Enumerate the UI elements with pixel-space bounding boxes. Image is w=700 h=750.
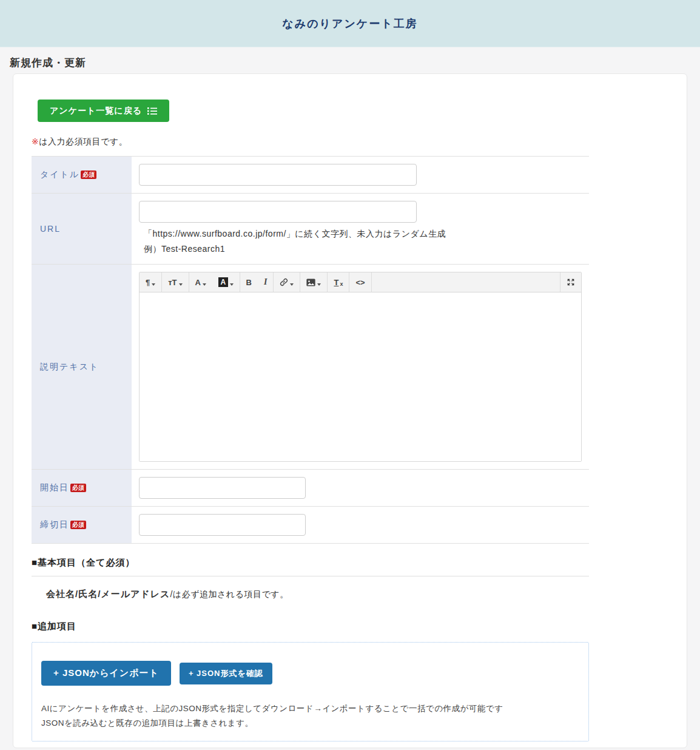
- title-row: タイトル必須: [32, 157, 589, 194]
- remove-format-sub: x: [340, 281, 343, 287]
- chevron-down-icon: [152, 283, 155, 286]
- font-size-icon: тT: [168, 278, 177, 287]
- bold-icon: B: [246, 278, 252, 287]
- url-hint-line2: 例）Test-Research1: [144, 242, 589, 257]
- description-content: ¶ тT A A B I: [132, 265, 589, 469]
- required-badge: 必須: [70, 484, 86, 492]
- basic-items-note: 会社名/氏名/メールアドレス/は必ず追加される項目です。: [46, 589, 668, 600]
- remove-format-icon: T: [334, 278, 338, 287]
- required-mark: ※: [32, 137, 39, 146]
- back-to-list-label: アンケート一覧に戻る: [50, 106, 142, 117]
- json-note-line2: JSONを読み込むと既存の追加項目は上書きされます。: [41, 716, 579, 731]
- start-date-label-text: 開始日: [40, 482, 69, 493]
- toolbar-group-color: A A: [189, 272, 240, 292]
- insert-image-button[interactable]: [300, 272, 327, 292]
- json-import-box: + JSONからインポート + JSON形式を確認 AIにアンケートを作成させ、…: [32, 642, 589, 742]
- toolbar-group-fontstyle: B I: [240, 272, 274, 292]
- toolbar-spacer: [372, 272, 560, 292]
- highlight-color-icon: A: [218, 277, 228, 287]
- deadline-label: 締切日必須: [32, 507, 132, 543]
- url-label-text: URL: [40, 224, 61, 234]
- json-format-check-button[interactable]: + JSON形式を確認: [180, 663, 272, 684]
- toolbar-group-view: [560, 272, 581, 292]
- required-badge: 必須: [70, 521, 86, 529]
- fullscreen-button[interactable]: [560, 272, 581, 292]
- deadline-label-text: 締切日: [40, 519, 69, 530]
- chevron-down-icon: [203, 283, 206, 286]
- url-content: 「https://www.surfboard.co.jp/form/」に続く文字…: [132, 194, 589, 264]
- title-content: [132, 157, 589, 193]
- basic-items-heading: ■基本項目（全て必須）: [32, 557, 589, 576]
- code-view-button[interactable]: <>: [349, 272, 371, 292]
- deadline-row: 締切日必須: [32, 507, 589, 544]
- title-label: タイトル必須: [32, 157, 132, 193]
- toolbar-group-image: [300, 272, 328, 292]
- italic-button[interactable]: I: [258, 272, 273, 292]
- json-note: AIにアンケートを作成させ、上記のJSON形式を指定してダウンロード→インポート…: [41, 701, 579, 731]
- start-date-content: [132, 470, 589, 506]
- additional-items-heading: ■追加項目: [32, 621, 589, 632]
- toolbar-group-link: [274, 272, 300, 292]
- form-card: アンケート一覧に戻る ※は入力必須項目です。 タイトル必須: [13, 73, 687, 748]
- required-fields-note: ※は入力必須項目です。: [32, 137, 668, 147]
- page-title: 新規作成・更新: [10, 56, 700, 70]
- rich-text-editor: ¶ тT A A B I: [139, 272, 582, 462]
- font-size-button[interactable]: тT: [162, 272, 188, 292]
- font-color-icon: A: [195, 278, 201, 287]
- url-hint: 「https://www.surfboard.co.jp/form/」に続く文字…: [139, 226, 589, 257]
- required-note-text: は入力必須項目です。: [39, 137, 127, 146]
- url-input[interactable]: [139, 201, 417, 223]
- chevron-down-icon: [230, 283, 234, 286]
- app-title: なみのりアンケート工房: [282, 16, 417, 31]
- url-row: URL 「https://www.surfboard.co.jp/form/」に…: [32, 194, 589, 265]
- link-icon: [280, 278, 288, 286]
- json-note-line1: AIにアンケートを作成させ、上記のJSON形式を指定してダウンロード→インポート…: [41, 701, 579, 716]
- deadline-content: [132, 507, 589, 543]
- fullscreen-icon: [567, 278, 575, 286]
- start-date-row: 開始日必須: [32, 470, 589, 507]
- url-label: URL: [32, 194, 132, 264]
- toolbar-group-style: ¶: [140, 272, 162, 292]
- toolbar-group-code: <>: [349, 272, 371, 292]
- chevron-down-icon: [317, 283, 321, 286]
- bold-button[interactable]: B: [240, 272, 258, 292]
- title-label-text: タイトル: [40, 169, 79, 180]
- description-label: 説明テキスト: [32, 265, 132, 469]
- url-hint-line1: 「https://www.surfboard.co.jp/form/」に続く文字…: [144, 226, 589, 242]
- basic-items-note-rest: /は必ず追加される項目です。: [170, 589, 288, 599]
- json-buttons: + JSONからインポート + JSON形式を確認: [41, 661, 579, 686]
- list-icon: [147, 107, 157, 115]
- editor-content-area[interactable]: [140, 292, 581, 461]
- toolbar-group-fontsize: тT: [162, 272, 189, 292]
- description-label-text: 説明テキスト: [40, 362, 99, 373]
- app-header: なみのりアンケート工房: [0, 0, 700, 47]
- paragraph-style-button[interactable]: ¶: [140, 272, 161, 292]
- chevron-down-icon: [179, 283, 183, 286]
- insert-link-button[interactable]: [274, 272, 300, 292]
- italic-icon: I: [264, 277, 267, 287]
- code-icon: <>: [355, 278, 365, 287]
- font-color-button[interactable]: A: [189, 272, 212, 292]
- deadline-input[interactable]: [139, 514, 306, 536]
- highlight-color-button[interactable]: A: [212, 272, 240, 292]
- survey-form-table: タイトル必須 URL 「https://www.surfboard.co.jp/…: [32, 156, 589, 544]
- back-to-list-button[interactable]: アンケート一覧に戻る: [38, 100, 169, 122]
- title-input[interactable]: [139, 164, 417, 186]
- chevron-down-icon: [290, 283, 294, 286]
- start-date-label: 開始日必須: [32, 470, 132, 506]
- start-date-input[interactable]: [139, 477, 306, 499]
- editor-toolbar: ¶ тT A A B I: [140, 272, 581, 292]
- paragraph-icon: ¶: [146, 278, 150, 287]
- description-row: 説明テキスト ¶ тT A A: [32, 265, 589, 470]
- toolbar-group-clear: Tx: [328, 272, 349, 292]
- required-badge: 必須: [81, 171, 96, 179]
- image-icon: [306, 279, 315, 286]
- basic-items-note-bold: 会社名/氏名/メールアドレス: [46, 589, 170, 599]
- json-import-button[interactable]: + JSONからインポート: [41, 661, 171, 686]
- remove-format-button[interactable]: Tx: [328, 272, 349, 292]
